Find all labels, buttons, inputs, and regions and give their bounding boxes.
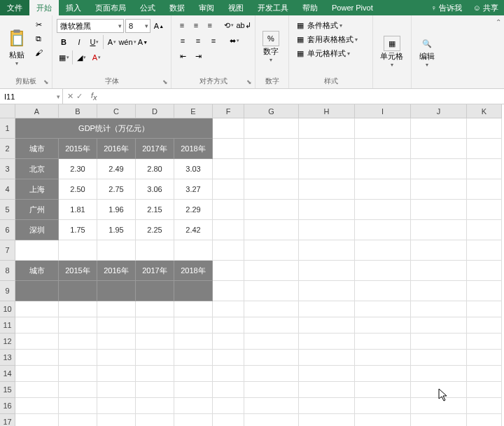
cell[interactable]: 3.06 bbox=[136, 179, 174, 200]
col-header[interactable]: K bbox=[467, 104, 502, 118]
cell[interactable] bbox=[299, 220, 355, 240]
cell[interactable] bbox=[213, 334, 244, 350]
cell[interactable] bbox=[136, 382, 174, 398]
cell[interactable] bbox=[97, 398, 136, 414]
cell[interactable] bbox=[136, 350, 174, 366]
cell[interactable] bbox=[355, 382, 411, 398]
cell[interactable] bbox=[213, 261, 244, 281]
cell[interactable]: 2016年 bbox=[97, 139, 136, 159]
cell[interactable] bbox=[299, 382, 355, 398]
cell[interactable] bbox=[59, 398, 97, 414]
cell[interactable] bbox=[15, 366, 59, 382]
cell[interactable]: 2.49 bbox=[97, 159, 136, 179]
cell[interactable] bbox=[136, 281, 174, 301]
cell[interactable] bbox=[174, 414, 213, 426]
cell[interactable] bbox=[59, 350, 97, 366]
row-header[interactable]: 4 bbox=[0, 179, 15, 200]
cell[interactable] bbox=[59, 334, 97, 350]
row-header[interactable]: 5 bbox=[0, 200, 15, 220]
row-header[interactable]: 11 bbox=[0, 317, 15, 334]
cell[interactable] bbox=[213, 382, 244, 398]
cell[interactable] bbox=[97, 414, 136, 426]
cell[interactable]: 2018年 bbox=[174, 139, 213, 159]
cell[interactable]: 2.25 bbox=[136, 220, 174, 240]
cell[interactable] bbox=[174, 301, 213, 317]
cell[interactable] bbox=[411, 118, 467, 139]
align-right-button[interactable]: ≡ bbox=[206, 34, 220, 48]
cut-button[interactable]: ✂ bbox=[32, 18, 45, 31]
cell[interactable] bbox=[136, 398, 174, 414]
row-header[interactable]: 15 bbox=[0, 382, 15, 398]
cell[interactable] bbox=[299, 118, 355, 139]
cell[interactable] bbox=[15, 301, 59, 317]
cell[interactable] bbox=[411, 317, 467, 334]
cell[interactable] bbox=[467, 179, 502, 200]
cell[interactable] bbox=[213, 179, 244, 200]
cell[interactable] bbox=[244, 139, 299, 159]
cell[interactable] bbox=[411, 159, 467, 179]
cell[interactable] bbox=[244, 301, 299, 317]
cell[interactable] bbox=[59, 240, 97, 261]
cell[interactable] bbox=[299, 200, 355, 220]
cell[interactable] bbox=[59, 414, 97, 426]
cell[interactable]: 2018年 bbox=[174, 261, 213, 281]
name-box[interactable]: I11 bbox=[0, 89, 63, 104]
cell[interactable] bbox=[213, 139, 244, 159]
cell[interactable] bbox=[15, 334, 59, 350]
cell[interactable] bbox=[244, 220, 299, 240]
cell[interactable] bbox=[244, 281, 299, 301]
conditional-format-button[interactable]: ▦条件格式▾ bbox=[293, 18, 368, 32]
cell[interactable] bbox=[244, 350, 299, 366]
cell[interactable]: 上海 bbox=[15, 179, 59, 200]
cell[interactable] bbox=[299, 414, 355, 426]
cell[interactable] bbox=[213, 200, 244, 220]
cell[interactable] bbox=[15, 240, 59, 261]
cell[interactable]: 2.29 bbox=[174, 200, 213, 220]
cell[interactable] bbox=[213, 220, 244, 240]
decrease-indent-button[interactable]: ⇤ bbox=[176, 49, 190, 63]
row-header[interactable]: 10 bbox=[0, 301, 15, 317]
row-header[interactable]: 7 bbox=[0, 240, 15, 261]
cell[interactable] bbox=[467, 118, 502, 139]
cell[interactable] bbox=[355, 159, 411, 179]
cell[interactable] bbox=[174, 398, 213, 414]
cell[interactable] bbox=[411, 179, 467, 200]
cell[interactable] bbox=[467, 382, 502, 398]
cell[interactable] bbox=[59, 301, 97, 317]
row-header[interactable]: 17 bbox=[0, 414, 15, 426]
cell[interactable] bbox=[244, 366, 299, 382]
cell[interactable]: 深圳 bbox=[15, 220, 59, 240]
cell[interactable] bbox=[136, 366, 174, 382]
cell[interactable] bbox=[136, 240, 174, 261]
row-header[interactable]: 8 bbox=[0, 261, 15, 281]
number-format-button[interactable]: % 数字 ▾ bbox=[258, 17, 284, 76]
cell[interactable]: 1.96 bbox=[97, 200, 136, 220]
cell[interactable]: 1.81 bbox=[59, 200, 97, 220]
cell[interactable] bbox=[411, 398, 467, 414]
cell[interactable] bbox=[213, 366, 244, 382]
cell[interactable] bbox=[136, 414, 174, 426]
cell[interactable] bbox=[174, 334, 213, 350]
cell[interactable] bbox=[244, 118, 299, 139]
tab-data[interactable]: 数据 bbox=[162, 0, 192, 15]
cell[interactable] bbox=[355, 118, 411, 139]
border-button[interactable]: ▦ bbox=[57, 50, 71, 64]
tab-page-layout[interactable]: 页面布局 bbox=[88, 0, 133, 15]
cell[interactable]: 2.50 bbox=[59, 179, 97, 200]
align-center-button[interactable]: ≡ bbox=[191, 34, 205, 48]
cell[interactable] bbox=[59, 317, 97, 334]
fx-icon[interactable]: fx bbox=[87, 91, 102, 102]
cell-styles-button[interactable]: ▦单元格样式▾ bbox=[293, 46, 368, 60]
tell-me[interactable]: ♀ 告诉我 bbox=[425, 0, 467, 15]
cell[interactable] bbox=[467, 200, 502, 220]
cell[interactable] bbox=[244, 159, 299, 179]
cell[interactable] bbox=[467, 281, 502, 301]
cell[interactable] bbox=[355, 139, 411, 159]
cell[interactable]: 2016年 bbox=[97, 261, 136, 281]
row-header[interactable]: 6 bbox=[0, 220, 15, 240]
cell[interactable] bbox=[299, 398, 355, 414]
cell[interactable] bbox=[97, 281, 136, 301]
align-left-button[interactable]: ≡ bbox=[176, 34, 190, 48]
row-header[interactable]: 13 bbox=[0, 350, 15, 366]
cell[interactable] bbox=[355, 301, 411, 317]
